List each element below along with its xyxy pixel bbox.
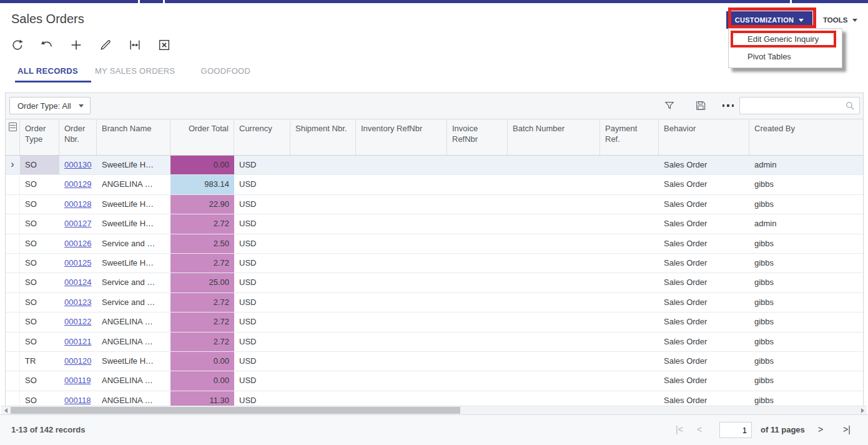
cell-behavior: Sales Order: [659, 214, 749, 233]
add-record-icon[interactable]: [69, 38, 84, 52]
order-nbr-link[interactable]: 000130: [64, 160, 91, 169]
search-icon[interactable]: [844, 100, 856, 114]
tab-all-records[interactable]: ALL RECORDS: [17, 66, 78, 76]
view-tabs: ALL RECORDS MY SALES ORDERS GOODFOOD: [17, 66, 250, 76]
column-header-shipment[interactable]: Shipment Nbr.: [290, 119, 356, 155]
order-nbr-link[interactable]: 000120: [64, 356, 91, 366]
cell-invoice: [447, 352, 508, 371]
cell-order_type: SO: [20, 254, 59, 272]
table-row[interactable]: SO000127SweetLife H…2.72USDSales Orderad…: [6, 214, 863, 234]
order-type-filter-button[interactable]: Order Type: All: [9, 97, 91, 114]
column-header-currency[interactable]: Currency: [234, 119, 290, 155]
cell-order_type: SO: [20, 273, 59, 292]
strip-gap: [163, 0, 165, 3]
column-header-label: Created By: [754, 124, 795, 133]
table-row[interactable]: ›SO000130SweetLife H…0.00USDSales Ordera…: [6, 156, 863, 175]
scrollbar-thumb[interactable]: [11, 407, 460, 414]
table-row[interactable]: SO000126Service and …2.50USDSales Orderg…: [6, 234, 863, 254]
cell-shipment: [290, 175, 356, 194]
cell-row-selector: [6, 175, 20, 194]
tools-button[interactable]: TOOLS: [823, 11, 857, 29]
order-nbr-link[interactable]: 000125: [64, 258, 91, 268]
cell-batch: [508, 214, 600, 233]
column-header-payment[interactable]: Payment Ref.: [600, 119, 659, 155]
cell-invoice: [447, 273, 508, 292]
filter-icon[interactable]: [663, 99, 676, 112]
table-row[interactable]: SO000128SweetLife H…22.90USDSales Orderg…: [6, 195, 863, 214]
table-row[interactable]: SO000121ANGELINA …2.72USDSales Ordergibb…: [6, 332, 863, 352]
order-nbr-link[interactable]: 000126: [64, 239, 91, 248]
page-number-input[interactable]: [722, 424, 747, 436]
cell-behavior: Sales Order: [659, 352, 749, 371]
table-row[interactable]: SO000123Service and …2.72USDSales Orderg…: [6, 293, 863, 312]
cell-order_total: 25.00: [170, 273, 234, 292]
order-nbr-link[interactable]: 000121: [64, 337, 91, 346]
column-header-order_type[interactable]: Order Type: [20, 119, 59, 155]
export-to-excel-icon[interactable]: [157, 38, 172, 52]
adjust-column-width-icon[interactable]: [127, 38, 142, 52]
order-nbr-link[interactable]: 000118: [64, 396, 91, 405]
cell-batch: [508, 293, 600, 312]
column-header-order_total[interactable]: Order Total: [170, 119, 234, 155]
cell-order_type: SO: [20, 234, 59, 253]
next-page-button[interactable]: >: [818, 424, 823, 434]
table-row[interactable]: SO000125SweetLife H…2.72USDSales Ordergi…: [6, 254, 863, 273]
table-row[interactable]: TR000120SweetLife H…0.00USDSales Ordergi…: [6, 352, 863, 371]
column-header-inventory[interactable]: Inventory RefNbr: [356, 119, 447, 155]
column-header-created_by[interactable]: Created By: [749, 119, 863, 155]
scroll-right-arrow-icon[interactable]: [858, 406, 867, 414]
last-page-button[interactable]: >|: [843, 424, 851, 434]
cell-branch: Service and …: [97, 293, 170, 312]
cell-shipment: [290, 352, 356, 371]
first-page-button[interactable]: |<: [676, 424, 683, 434]
cell-shipment: [290, 156, 356, 174]
cell-invoice: [447, 312, 508, 331]
cell-invoice: [447, 156, 508, 174]
column-header-behavior[interactable]: Behavior: [659, 119, 749, 155]
tab-goodfood[interactable]: GOODFOOD: [201, 66, 251, 76]
more-options-icon[interactable]: [721, 99, 735, 112]
table-row[interactable]: SO000124Service and …25.00USDSales Order…: [6, 273, 863, 292]
cell-shipment: [290, 293, 356, 312]
table-row[interactable]: SO000122ANGELINA …2.72USDSales Ordergibb…: [6, 312, 863, 332]
column-header-invoice[interactable]: Invoice RefNbr: [447, 119, 508, 155]
column-header-label: Order Type: [25, 124, 46, 144]
menu-item-pivot-tables[interactable]: Pivot Tables: [729, 48, 842, 66]
table-row[interactable]: SO000129ANGELINA …983.14USDSales Ordergi…: [6, 175, 863, 194]
search-input[interactable]: [745, 99, 839, 112]
cell-order_nbr: 000130: [59, 156, 97, 174]
order-nbr-link[interactable]: 000123: [64, 298, 91, 307]
cell-order_nbr: 000126: [59, 234, 97, 253]
table-row[interactable]: SO000119ANGELINA …0.00USDSales Ordergibb…: [6, 371, 863, 391]
cell-order_nbr: 000127: [59, 214, 97, 233]
cell-order_total: 22.90: [170, 195, 234, 214]
refresh-icon[interactable]: [10, 38, 25, 52]
scroll-left-arrow-icon[interactable]: [1, 406, 10, 414]
order-nbr-link[interactable]: 000119: [64, 376, 91, 385]
horizontal-scrollbar[interactable]: [1, 406, 867, 414]
column-header-order_nbr[interactable]: Order Nbr.: [59, 119, 97, 155]
order-nbr-link[interactable]: 000124: [64, 278, 91, 287]
previous-page-button[interactable]: <: [697, 424, 702, 434]
cell-inventory: [356, 175, 447, 194]
undo-icon[interactable]: [39, 38, 54, 52]
column-header-branch[interactable]: Branch Name: [97, 119, 170, 155]
cell-shipment: [290, 312, 356, 331]
cell-payment: [600, 352, 659, 371]
column-header-batch[interactable]: Batch Number: [508, 119, 600, 155]
tab-my-sales-orders[interactable]: MY SALES ORDERS: [95, 66, 175, 76]
cell-inventory: [356, 371, 447, 390]
order-nbr-link[interactable]: 000129: [64, 179, 91, 189]
cell-order_nbr: 000120: [59, 352, 97, 371]
cell-behavior: Sales Order: [659, 254, 749, 272]
cell-order_total: 2.72: [170, 293, 234, 312]
edit-record-icon[interactable]: [98, 38, 113, 52]
cell-behavior: Sales Order: [659, 195, 749, 214]
save-view-icon[interactable]: [694, 99, 708, 112]
order-nbr-link[interactable]: 000128: [64, 199, 91, 209]
column-header-selector[interactable]: [6, 119, 20, 155]
cell-payment: [600, 312, 659, 331]
order-nbr-link[interactable]: 000122: [64, 317, 91, 326]
order-nbr-link[interactable]: 000127: [64, 219, 91, 228]
cell-behavior: Sales Order: [659, 332, 749, 351]
